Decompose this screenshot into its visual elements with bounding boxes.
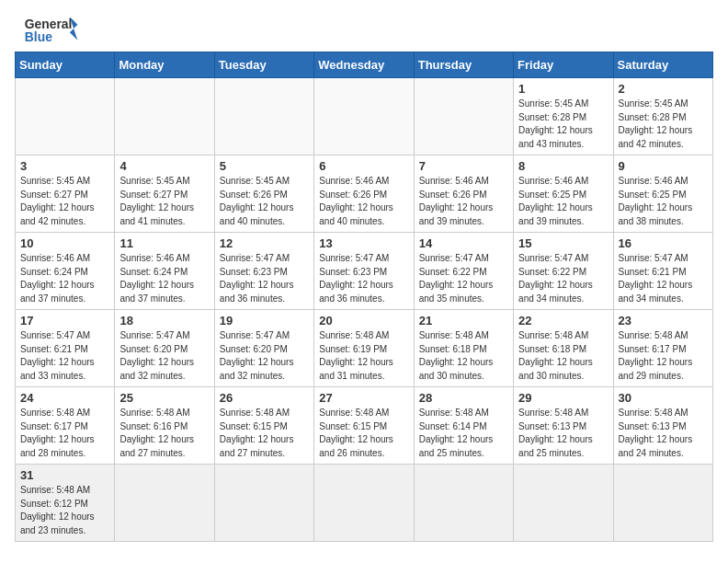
logo-icon: GeneralBlue <box>15 15 70 44</box>
day-cell: 18Sunrise: 5:47 AM Sunset: 6:20 PM Dayli… <box>115 310 214 387</box>
weekday-tuesday: Tuesday <box>214 52 313 78</box>
day-cell: 17Sunrise: 5:47 AM Sunset: 6:21 PM Dayli… <box>16 310 115 387</box>
day-info: Sunrise: 5:47 AM Sunset: 6:21 PM Dayligh… <box>619 252 708 305</box>
day-info: Sunrise: 5:46 AM Sunset: 6:25 PM Dayligh… <box>518 175 608 228</box>
weekday-sunday: Sunday <box>16 52 115 78</box>
day-cell <box>514 465 613 542</box>
day-info: Sunrise: 5:46 AM Sunset: 6:24 PM Dayligh… <box>20 252 109 305</box>
day-number: 4 <box>119 159 209 173</box>
day-info: Sunrise: 5:46 AM Sunset: 6:25 PM Dayligh… <box>619 175 708 228</box>
day-cell <box>314 465 414 542</box>
day-info: Sunrise: 5:47 AM Sunset: 6:21 PM Dayligh… <box>20 329 109 383</box>
day-number: 1 <box>518 82 608 96</box>
day-info: Sunrise: 5:48 AM Sunset: 6:14 PM Dayligh… <box>419 407 508 460</box>
weekday-thursday: Thursday <box>414 52 513 78</box>
day-cell: 29Sunrise: 5:48 AM Sunset: 6:13 PM Dayli… <box>514 387 613 465</box>
day-number: 15 <box>518 236 608 250</box>
day-number: 28 <box>419 391 508 405</box>
day-info: Sunrise: 5:46 AM Sunset: 6:24 PM Dayligh… <box>119 252 209 305</box>
day-info: Sunrise: 5:48 AM Sunset: 6:15 PM Dayligh… <box>319 407 408 460</box>
day-cell <box>115 78 214 155</box>
logo: GeneralBlue <box>15 15 70 44</box>
day-cell: 9Sunrise: 5:46 AM Sunset: 6:25 PM Daylig… <box>613 155 712 233</box>
day-info: Sunrise: 5:47 AM Sunset: 6:23 PM Dayligh… <box>319 252 408 305</box>
week-row-6: 31Sunrise: 5:48 AM Sunset: 6:12 PM Dayli… <box>16 465 713 542</box>
page-header: GeneralBlue <box>15 15 713 44</box>
day-info: Sunrise: 5:47 AM Sunset: 6:20 PM Dayligh… <box>119 329 209 383</box>
day-number: 19 <box>220 314 309 327</box>
day-number: 23 <box>619 314 708 327</box>
day-number: 7 <box>419 159 508 173</box>
day-number: 18 <box>119 314 209 327</box>
day-number: 9 <box>619 159 708 173</box>
day-info: Sunrise: 5:45 AM Sunset: 6:27 PM Dayligh… <box>20 175 109 228</box>
day-info: Sunrise: 5:48 AM Sunset: 6:12 PM Dayligh… <box>20 484 109 537</box>
day-info: Sunrise: 5:48 AM Sunset: 6:18 PM Dayligh… <box>419 329 508 383</box>
day-number: 10 <box>20 236 109 250</box>
day-number: 24 <box>20 391 109 405</box>
weekday-saturday: Saturday <box>613 52 712 78</box>
day-cell: 2Sunrise: 5:45 AM Sunset: 6:28 PM Daylig… <box>613 78 712 155</box>
day-cell <box>414 465 513 542</box>
day-number: 11 <box>119 236 209 250</box>
day-number: 3 <box>20 159 109 173</box>
weekday-wednesday: Wednesday <box>314 52 414 78</box>
day-info: Sunrise: 5:48 AM Sunset: 6:17 PM Dayligh… <box>20 407 109 460</box>
day-cell: 11Sunrise: 5:46 AM Sunset: 6:24 PM Dayli… <box>115 233 214 310</box>
day-info: Sunrise: 5:48 AM Sunset: 6:13 PM Dayligh… <box>619 407 708 460</box>
day-cell: 26Sunrise: 5:48 AM Sunset: 6:15 PM Dayli… <box>214 387 313 465</box>
day-info: Sunrise: 5:47 AM Sunset: 6:22 PM Dayligh… <box>419 252 508 305</box>
weekday-header-row: SundayMondayTuesdayWednesdayThursdayFrid… <box>16 52 713 78</box>
day-info: Sunrise: 5:45 AM Sunset: 6:28 PM Dayligh… <box>619 98 708 151</box>
week-row-3: 10Sunrise: 5:46 AM Sunset: 6:24 PM Dayli… <box>16 233 713 310</box>
day-cell: 15Sunrise: 5:47 AM Sunset: 6:22 PM Dayli… <box>514 233 613 310</box>
day-cell: 28Sunrise: 5:48 AM Sunset: 6:14 PM Dayli… <box>414 387 513 465</box>
day-number: 2 <box>619 82 708 96</box>
day-info: Sunrise: 5:45 AM Sunset: 6:27 PM Dayligh… <box>119 175 209 228</box>
day-info: Sunrise: 5:47 AM Sunset: 6:23 PM Dayligh… <box>220 252 309 305</box>
day-number: 20 <box>319 314 408 327</box>
day-cell: 23Sunrise: 5:48 AM Sunset: 6:17 PM Dayli… <box>613 310 712 387</box>
day-number: 25 <box>119 391 209 405</box>
day-info: Sunrise: 5:48 AM Sunset: 6:13 PM Dayligh… <box>518 407 608 460</box>
day-number: 16 <box>619 236 708 250</box>
day-number: 26 <box>220 391 309 405</box>
day-cell <box>16 78 115 155</box>
day-number: 17 <box>20 314 109 327</box>
day-cell: 8Sunrise: 5:46 AM Sunset: 6:25 PM Daylig… <box>514 155 613 233</box>
day-cell: 27Sunrise: 5:48 AM Sunset: 6:15 PM Dayli… <box>314 387 414 465</box>
day-cell: 6Sunrise: 5:46 AM Sunset: 6:26 PM Daylig… <box>314 155 414 233</box>
week-row-4: 17Sunrise: 5:47 AM Sunset: 6:21 PM Dayli… <box>16 310 713 387</box>
day-info: Sunrise: 5:47 AM Sunset: 6:20 PM Dayligh… <box>220 329 309 383</box>
day-cell: 22Sunrise: 5:48 AM Sunset: 6:18 PM Dayli… <box>514 310 613 387</box>
day-number: 29 <box>518 391 608 405</box>
day-info: Sunrise: 5:48 AM Sunset: 6:19 PM Dayligh… <box>319 329 408 383</box>
day-cell: 5Sunrise: 5:45 AM Sunset: 6:26 PM Daylig… <box>214 155 313 233</box>
day-cell: 7Sunrise: 5:46 AM Sunset: 6:26 PM Daylig… <box>414 155 513 233</box>
day-cell: 3Sunrise: 5:45 AM Sunset: 6:27 PM Daylig… <box>16 155 115 233</box>
day-cell: 4Sunrise: 5:45 AM Sunset: 6:27 PM Daylig… <box>115 155 214 233</box>
day-cell: 1Sunrise: 5:45 AM Sunset: 6:28 PM Daylig… <box>514 78 613 155</box>
day-cell: 19Sunrise: 5:47 AM Sunset: 6:20 PM Dayli… <box>214 310 313 387</box>
day-info: Sunrise: 5:46 AM Sunset: 6:26 PM Dayligh… <box>419 175 508 228</box>
day-cell: 31Sunrise: 5:48 AM Sunset: 6:12 PM Dayli… <box>16 465 115 542</box>
day-cell: 14Sunrise: 5:47 AM Sunset: 6:22 PM Dayli… <box>414 233 513 310</box>
day-cell: 10Sunrise: 5:46 AM Sunset: 6:24 PM Dayli… <box>16 233 115 310</box>
day-cell: 30Sunrise: 5:48 AM Sunset: 6:13 PM Dayli… <box>613 387 712 465</box>
day-cell <box>414 78 513 155</box>
day-number: 22 <box>518 314 608 327</box>
weekday-friday: Friday <box>514 52 613 78</box>
day-info: Sunrise: 5:48 AM Sunset: 6:15 PM Dayligh… <box>220 407 309 460</box>
day-cell <box>115 465 214 542</box>
day-cell <box>613 465 712 542</box>
day-info: Sunrise: 5:47 AM Sunset: 6:22 PM Dayligh… <box>518 252 608 305</box>
day-info: Sunrise: 5:48 AM Sunset: 6:16 PM Dayligh… <box>119 407 209 460</box>
day-info: Sunrise: 5:48 AM Sunset: 6:17 PM Dayligh… <box>619 329 708 383</box>
day-cell <box>214 78 313 155</box>
day-info: Sunrise: 5:45 AM Sunset: 6:26 PM Dayligh… <box>220 175 309 228</box>
day-number: 13 <box>319 236 408 250</box>
day-number: 30 <box>619 391 708 405</box>
day-number: 27 <box>319 391 408 405</box>
day-cell: 25Sunrise: 5:48 AM Sunset: 6:16 PM Dayli… <box>115 387 214 465</box>
day-cell: 24Sunrise: 5:48 AM Sunset: 6:17 PM Dayli… <box>16 387 115 465</box>
